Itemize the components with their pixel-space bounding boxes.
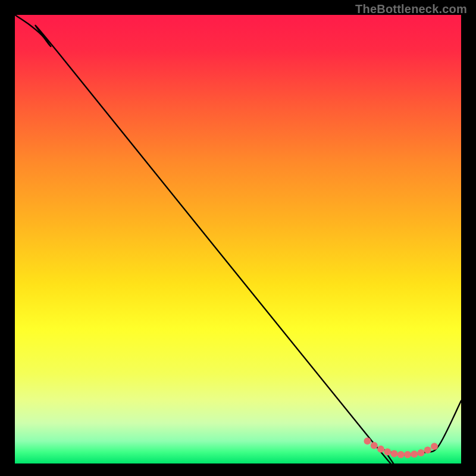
sweet-spot-marker — [424, 446, 431, 453]
attribution-label: TheBottleneck.com — [355, 2, 467, 16]
sweet-spot-marker — [418, 449, 425, 456]
bottleneck-chart — [0, 0, 476, 476]
sweet-spot-marker — [371, 442, 378, 449]
sweet-spot-marker — [391, 450, 398, 457]
sweet-spot-marker — [384, 448, 391, 455]
sweet-spot-marker — [377, 446, 384, 453]
sweet-spot-marker — [364, 437, 371, 444]
chart-container: { "attribution": "TheBottleneck.com", "c… — [0, 0, 476, 476]
sweet-spot-marker — [397, 451, 405, 458]
sweet-spot-marker — [411, 450, 418, 458]
sweet-spot-marker — [404, 451, 411, 458]
sweet-spot-marker — [431, 443, 438, 450]
